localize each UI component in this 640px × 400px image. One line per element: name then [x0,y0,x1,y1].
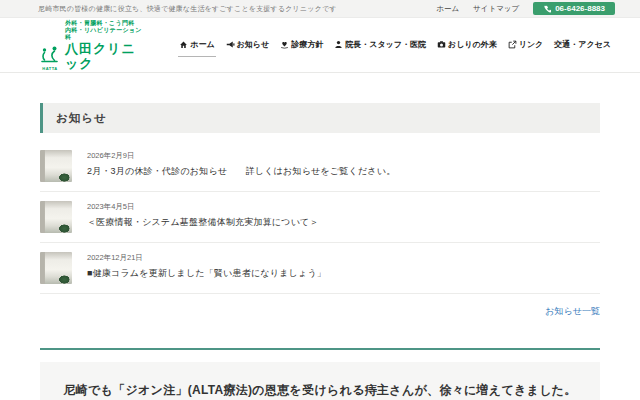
teal-divider [40,348,600,350]
site-header: HATTA 外科・胃腸科・こう門科 内科・リハビリテーション科 八田クリニック … [0,18,640,73]
main-nav: ホーム お知らせ 診療方針 院長・スタッフ・医院 おしりの外来 リンク 交通・ア… [178,34,612,57]
news-thumbnail-hallway-photo [40,150,72,182]
news-row[interactable]: 2023年4月5日 ＜医療情報・システム基盤整備体制充実加算について＞ [40,192,600,243]
nav-label-proctology: おしりの外来 [448,39,497,50]
news-row[interactable]: 2022年12月21日 ■健康コラムを更新しました「賢い患者になりましょう」 [40,243,600,294]
megaphone-icon [226,40,235,49]
topbar-link-home[interactable]: ホーム [436,4,459,14]
nav-item-staff[interactable]: 院長・スタッフ・医院 [333,34,427,57]
nav-label-policy: 診療方針 [291,39,323,50]
news-list: 2026年2月9日 2月・3月の休診・代診のお知らせ 詳しくはお知らせをご覧くだ… [40,141,600,294]
nav-label-access: 交通・アクセス [554,39,611,50]
hatta-figures-icon [38,46,62,66]
logo-caption: HATTA [42,66,57,71]
news-title: 2月・3月の休診・代診のお知らせ 詳しくはお知らせをご覧ください。 [87,165,395,178]
nav-item-news[interactable]: お知らせ [225,34,271,57]
news-title: ■健康コラムを更新しました「賢い患者になりましょう」 [87,267,326,280]
clinic-logo-mark: HATTA [38,46,62,71]
person-icon [334,40,343,49]
care-heart-icon [280,40,289,49]
news-text: 2022年12月21日 ■健康コラムを更新しました「賢い患者になりましょう」 [87,252,326,280]
topbar-link-sitemap[interactable]: サイトマップ [473,4,519,14]
topbar-right: ホーム サイトマップ 06-6426-8883 [436,2,615,15]
news-date: 2022年12月21日 [87,253,326,263]
news-date: 2023年4月5日 [87,202,319,212]
nav-label-links: リンク [519,39,544,50]
site-tagline: 尼崎市民の皆様の健康に役立ち、快適で健康な生活をすごすことを支援するクリニックで… [38,4,337,14]
nav-label-news: お知らせ [237,39,270,50]
news-date: 2026年2月9日 [87,151,395,161]
main-content: お知らせ 2026年2月9日 2月・3月の休診・代診のお知らせ 詳しくはお知らせ… [40,73,600,400]
clinic-name: 八田クリニック [65,41,144,71]
feature-headline: 尼崎でも「ジオン注」(ALTA療法)の恩恵を受けられる痔主さんが、徐々に増えてき… [40,382,600,399]
phone-icon [543,5,551,13]
phone-button[interactable]: 06-6426-8883 [533,2,615,15]
camera-icon [437,40,446,49]
news-text: 2026年2月9日 2月・3月の休診・代診のお知らせ 詳しくはお知らせをご覧くだ… [87,150,395,178]
news-text: 2023年4月5日 ＜医療情報・システム基盤整備体制充実加算について＞ [87,201,319,229]
external-link-icon [508,40,517,49]
nav-item-proctology[interactable]: おしりの外来 [436,34,498,57]
news-list-link[interactable]: お知らせ一覧 [545,306,600,316]
logo-departments-line1: 外科・胃腸科・こう門科 [65,20,144,27]
nav-label-staff: 院長・スタッフ・医院 [345,39,426,50]
news-section-header: お知らせ [40,103,600,133]
news-title: ＜医療情報・システム基盤整備体制充実加算について＞ [87,216,319,229]
clinic-logo[interactable]: HATTA 外科・胃腸科・こう門科 内科・リハビリテーション科 八田クリニック [38,20,144,71]
nav-item-policy[interactable]: 診療方針 [279,34,324,57]
nav-item-links[interactable]: リンク [507,34,545,57]
feature-box: 尼崎でも「ジオン注」(ALTA療法)の恩恵を受けられる痔主さんが、徐々に増えてき… [40,362,600,400]
nav-item-access[interactable]: 交通・アクセス [553,34,612,57]
news-thumbnail-hallway-photo [40,252,72,284]
phone-number: 06-6426-8883 [555,4,605,13]
news-more-row: お知らせ一覧 [40,300,600,318]
news-thumbnail-hallway-photo [40,201,72,233]
nav-item-home[interactable]: ホーム [178,34,215,57]
top-utility-bar: 尼崎市民の皆様の健康に役立ち、快適で健康な生活をすごすことを支援するクリニックで… [0,0,640,18]
home-icon [179,40,188,49]
nav-label-home: ホーム [190,39,214,50]
news-row[interactable]: 2026年2月9日 2月・3月の休診・代診のお知らせ 詳しくはお知らせをご覧くだ… [40,141,600,192]
logo-text: 外科・胃腸科・こう門科 内科・リハビリテーション科 八田クリニック [65,20,144,71]
logo-departments-line2: 内科・リハビリテーション科 [65,27,144,41]
